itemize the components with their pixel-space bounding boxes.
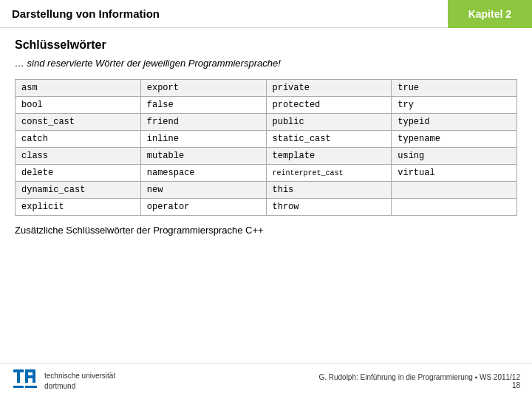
table-cell: throw: [266, 199, 392, 216]
table-cell: operator: [140, 199, 266, 216]
table-cell: true: [392, 80, 517, 97]
table-cell: namespace: [140, 165, 266, 182]
table-cell: new: [140, 182, 266, 199]
chapter-badge: Kapitel 2: [448, 0, 532, 28]
svg-rect-8: [25, 386, 37, 388]
table-cell: explicit: [16, 199, 141, 216]
table-cell: export: [140, 80, 266, 97]
table-cell: const_cast: [16, 114, 141, 131]
svg-rect-6: [25, 375, 35, 378]
table-row: classmutabletemplateusing: [16, 148, 517, 165]
additional-text: Zusätzliche Schlüsselwörter der Programm…: [15, 225, 517, 236]
footer-info: G. Rudolph: Einführung in die Programmie…: [318, 373, 520, 389]
table-row: const_castfriendpublictypeid: [16, 114, 517, 131]
table-cell: dynamic_cast: [16, 182, 141, 199]
keywords-table: asmexportprivatetrueboolfalseprotectedtr…: [15, 79, 517, 216]
table-cell: using: [392, 148, 517, 165]
table-cell: this: [266, 182, 392, 199]
table-cell: friend: [140, 114, 266, 131]
table-cell: [392, 182, 517, 199]
tu-logo-icon: [12, 368, 38, 395]
section-title: Schlüsselwörter: [15, 38, 517, 52]
svg-rect-2: [17, 369, 20, 383]
svg-rect-7: [13, 386, 24, 388]
table-cell: private: [266, 80, 392, 97]
page-title: Darstellung von Information: [0, 7, 160, 20]
table-row: asmexportprivatetrue: [16, 80, 517, 97]
header: Darstellung von Information Kapitel 2: [0, 0, 532, 28]
table-cell: virtual: [392, 165, 517, 182]
table-cell: [392, 199, 517, 216]
table-cell: delete: [16, 165, 141, 182]
table-cell: reinterpret_cast: [266, 165, 392, 182]
table-cell: protected: [266, 97, 392, 114]
table-row: deletenamespacereinterpret_castvirtual: [16, 165, 517, 182]
footer-logo: technische universität dortmund: [12, 368, 115, 395]
footer: technische universität dortmund G. Rudol…: [0, 363, 532, 399]
table-cell: template: [266, 148, 392, 165]
table-cell: mutable: [140, 148, 266, 165]
table-row: catchinlinestatic_casttypename: [16, 131, 517, 148]
table-cell: try: [392, 97, 517, 114]
table-cell: false: [140, 97, 266, 114]
table-cell: asm: [16, 80, 141, 97]
footer-logo-text: technische universität dortmund: [44, 371, 115, 392]
table-cell: catch: [16, 131, 141, 148]
table-cell: bool: [16, 97, 141, 114]
table-row: dynamic_castnewthis: [16, 182, 517, 199]
table-cell: typeid: [392, 114, 517, 131]
table-cell: static_cast: [266, 131, 392, 148]
table-cell: public: [266, 114, 392, 131]
table-row: boolfalseprotectedtry: [16, 97, 517, 114]
table-cell: class: [16, 148, 141, 165]
table-cell: inline: [140, 131, 266, 148]
table-row: explicitoperatorthrow: [16, 199, 517, 216]
main-content: Schlüsselwörter … sind reservierte Wörte…: [0, 28, 532, 250]
section-subtitle: … sind reservierte Wörter der jeweiligen…: [15, 58, 517, 69]
table-cell: typename: [392, 131, 517, 148]
